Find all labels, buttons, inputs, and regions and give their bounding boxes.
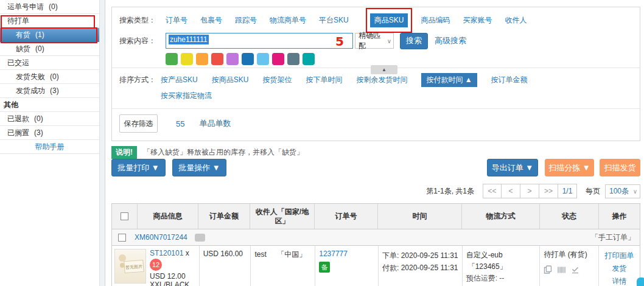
stock-prepared-badge: 备: [319, 262, 330, 273]
sort-option-extra-1[interactable]: 按买家指定物流: [161, 91, 212, 101]
sidebar-item[interactable]: 运单号申请(0): [0, 0, 99, 14]
order-management-app: 运单号申请(0)待打单有货(1)缺货(0)已交运发货失败(0)发货成功(3)其他…: [0, 0, 644, 286]
sidebar-item-count: (1): [35, 30, 44, 39]
sidebar-item-label: 运单号申请: [7, 2, 44, 11]
status-cell: 待打单 (有货): [540, 246, 599, 286]
section-divider: [112, 108, 640, 109]
order-number-link[interactable]: 1237777: [319, 249, 348, 258]
scan-ship-button[interactable]: 扫描发货: [600, 159, 640, 176]
search-type-9[interactable]: 收件人: [505, 15, 527, 26]
color-swatch[interactable]: [166, 53, 178, 65]
color-filter-row: [166, 53, 315, 65]
scan-sorting-button[interactable]: 扫描分拣 ▼: [545, 159, 594, 176]
sort-option-2[interactable]: 按商品SKU: [212, 75, 249, 85]
search-type-1[interactable]: 订单号: [166, 15, 187, 26]
color-swatch[interactable]: [181, 53, 193, 65]
copy-icon[interactable]: [544, 265, 552, 276]
sidebar-item[interactable]: 待打单: [0, 14, 99, 28]
save-filter-button[interactable]: 保存筛选: [119, 114, 158, 133]
section-divider: ▲: [112, 68, 640, 68]
advanced-search-link[interactable]: 高级搜索: [435, 35, 466, 46]
search-type-6[interactable]: 商品SKU: [370, 13, 408, 27]
sort-label: 排序方式：: [119, 75, 161, 85]
order-group-number-link[interactable]: XM60N7017244: [135, 233, 187, 242]
item-count-label-link[interactable]: 单品单数: [199, 118, 231, 129]
op-link-2[interactable]: 发货: [603, 262, 636, 275]
product-thumbnail[interactable]: 暂无图片: [114, 249, 146, 284]
color-swatch[interactable]: [242, 53, 254, 65]
sidebar-item-count: (3): [50, 86, 59, 95]
search-input-value: zuhe111111: [169, 35, 209, 44]
sidebar-item-label: 已交运: [7, 58, 29, 67]
page-nav-button[interactable]: >>: [539, 184, 558, 198]
sidebar-item[interactable]: 已搁置(3): [0, 126, 99, 140]
search-type-row: 搜索类型： 订单号包裹号跟踪号物流商单号平台SKU商品SKU商品编码买家账号收件…: [119, 13, 539, 27]
sidebar-item[interactable]: 发货失败(0): [0, 70, 99, 84]
page-nav-button[interactable]: <<: [483, 184, 502, 198]
page-nav-button[interactable]: <: [502, 184, 520, 198]
sidebar-item-label: 有货: [16, 30, 30, 39]
match-mode-select[interactable]: 精确匹配 ∨: [355, 33, 394, 49]
product-price: USD 12.00: [150, 272, 189, 281]
sidebar-item[interactable]: 有货(1): [0, 28, 99, 42]
search-type-4[interactable]: 物流商单号: [270, 15, 306, 26]
sort-option-6[interactable]: 按付款时间 ▲: [421, 73, 477, 87]
op-link-1[interactable]: 打印面单: [603, 249, 636, 262]
order-checkbox[interactable]: [118, 234, 126, 242]
sort-option-1[interactable]: 按产品SKU: [161, 75, 198, 85]
barcode-icon[interactable]: [558, 266, 565, 276]
sort-option-5[interactable]: 按剩余发货时间: [356, 75, 407, 85]
sidebar-item[interactable]: 已交运: [0, 56, 99, 70]
item-count-link[interactable]: 55: [176, 119, 184, 128]
color-swatch[interactable]: [287, 53, 299, 65]
search-type-3[interactable]: 跟踪号: [235, 15, 257, 26]
color-swatch[interactable]: [257, 53, 269, 65]
check-icon[interactable]: [571, 266, 579, 276]
column-header: 订单金额: [198, 204, 250, 229]
sidebar-item[interactable]: 缺货(0): [0, 42, 99, 56]
search-type-label: 搜索类型：: [119, 15, 166, 26]
product-variant: XXL/BLACK: [150, 281, 189, 286]
match-mode-value: 精确匹配: [359, 30, 387, 51]
sidebar-help-link[interactable]: 帮助手册: [0, 140, 99, 154]
sidebar-item-count: (0): [50, 72, 59, 81]
notice-text: 「移入缺货」释放被占用的库存，并移入「缺货」: [143, 147, 304, 158]
search-button[interactable]: 搜索: [400, 33, 428, 49]
color-swatch[interactable]: [303, 53, 315, 65]
pagination-info: 第1-1条, 共1条: [426, 186, 474, 197]
search-type-2[interactable]: 包裹号: [200, 15, 222, 26]
manual-order-tag: 「手工订单」: [591, 232, 635, 243]
sort-row-2: 按买家指定物流: [161, 89, 226, 102]
sidebar-scrollbar[interactable]: [99, 0, 105, 286]
select-all-checkbox[interactable]: [121, 212, 128, 220]
floating-corner-button[interactable]: [637, 277, 644, 286]
sidebar-item[interactable]: 发货成功(3): [0, 84, 99, 98]
sort-option-7[interactable]: 按订单金额: [491, 75, 528, 85]
save-filter-row: 保存筛选 55 单品单数: [119, 114, 231, 133]
search-input[interactable]: zuhe111111 5: [166, 33, 353, 49]
sidebar-item[interactable]: 已退款(0): [0, 112, 99, 126]
page-indicator: 1/1: [558, 184, 577, 198]
batch-print-button[interactable]: 批量打印 ▼: [111, 159, 166, 176]
color-swatch[interactable]: [196, 53, 208, 65]
sidebar-item-label: 帮助手册: [35, 142, 65, 151]
logistics-tracking: 「123465」: [466, 261, 536, 273]
batch-operations-button[interactable]: 批量操作 ▼: [172, 159, 226, 176]
search-type-7[interactable]: 商品编码: [421, 15, 450, 26]
sort-option-3[interactable]: 按货架位: [262, 75, 292, 85]
product-sku-link[interactable]: ST120101: [150, 249, 183, 257]
search-content-label: 搜索内容：: [119, 36, 166, 46]
sort-option-4[interactable]: 按下单时间: [306, 75, 342, 85]
color-swatch[interactable]: [272, 53, 284, 65]
search-type-8[interactable]: 买家账号: [463, 15, 492, 26]
export-orders-button[interactable]: 导出订单 ▼: [487, 159, 538, 176]
order-note-icon[interactable]: [195, 234, 205, 242]
op-link-3[interactable]: 详情: [603, 275, 636, 286]
color-swatch[interactable]: [226, 53, 239, 65]
per-page-select[interactable]: 100条 ∨: [605, 184, 640, 198]
page-nav-button[interactable]: >: [520, 184, 539, 198]
sidebar-item[interactable]: 其他: [0, 98, 99, 112]
orders-table: 商品信息订单金额收件人「国家/地区」订单号时间物流方式状态操作 XM60N701…: [111, 203, 640, 286]
search-type-5[interactable]: 平台SKU: [319, 15, 349, 26]
color-swatch[interactable]: [211, 53, 223, 65]
